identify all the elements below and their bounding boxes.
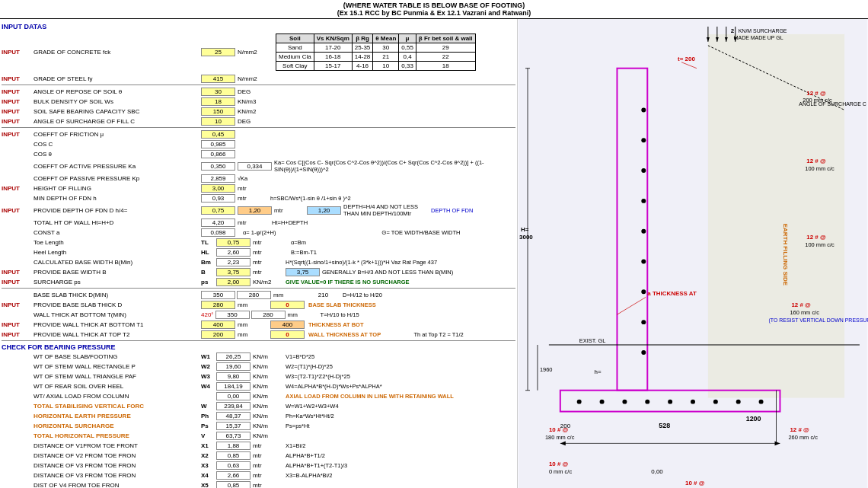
pwb-v2[interactable]: 400 [270, 321, 305, 329]
hfill-value[interactable]: 3,00 [201, 184, 235, 193]
w4-id: W4 [201, 383, 216, 390]
svg-point-67 [713, 400, 718, 404]
pbase-b: B [201, 269, 216, 276]
toe-label: Toe Length [34, 239, 201, 246]
surch-fill-value[interactable]: 10 [201, 117, 235, 126]
svg-text:1960: 1960 [540, 366, 553, 373]
ph-value: 48,37 [216, 412, 251, 420]
page-header: (WHERE WATER TABLE IS BELOW BASE OF FOOT… [0, 0, 868, 19]
pwt-v2[interactable]: 0 [270, 330, 305, 339]
svg-text:12 # @: 12 # @ [790, 426, 809, 433]
mu-label: COEFFT OF FRICTION μ [34, 131, 201, 138]
min-depth-value: 0,93 [201, 194, 235, 203]
pdepth-val1[interactable]: 0,75 [201, 206, 235, 215]
pbs-value[interactable]: 280 [201, 301, 235, 309]
pwb-unit: mm [238, 321, 268, 328]
pbs-v2[interactable]: 0 [270, 301, 305, 309]
pbs-label: PROVIDE BASE SLAB THICK D [34, 301, 201, 308]
svg-text:12 # @: 12 # @ [806, 158, 826, 164]
x3-label: DISTANCE OF V3 FROM TOE FRON [34, 462, 201, 469]
row-height-fill: INPUT HEIGHT OF FILLING 3,00 mtr [2, 183, 515, 193]
fck-value[interactable]: 25 [201, 48, 235, 56]
ps-id: ps [201, 279, 216, 285]
svg-text:12 # @: 12 # @ [806, 234, 826, 241]
svg-text:12 # @: 12 # @ [806, 90, 826, 97]
label-input-surch: INPUT [2, 118, 34, 125]
w1-formula: V1=B*D*25 [286, 353, 515, 360]
ps-value[interactable]: 2,00 [216, 278, 251, 286]
soil-table-cell: Medium Cla [276, 53, 314, 62]
base-slab-v1: 350 [201, 291, 235, 299]
soil-table-cell: 25-35 [352, 43, 372, 53]
row-fck: INPUT GRADE OF CONCRETE fck 25 N/mm2 Soi… [2, 31, 515, 73]
row-total-stab: TOTAL STABILISING VERTICAL FORC W 239,84… [2, 401, 515, 410]
fck-label: GRADE OF CONCRETE fck [34, 49, 201, 56]
pwt-value[interactable]: 200 [201, 330, 235, 339]
calc-base-bm: Bm [201, 259, 216, 266]
row-total-ht: TOTAL HT OF WALL Ht=H+D 4,20 mtr Ht=H+DE… [2, 218, 515, 227]
x2-value: 0,85 [216, 451, 251, 460]
svg-point-69 [759, 400, 764, 404]
svg-text:260 mm c/c: 260 mm c/c [788, 434, 818, 441]
min-depth-unit: mtr [238, 195, 268, 202]
row-costheta: COS θ 0,866 [2, 149, 515, 158]
x5-value: 0,85 [216, 481, 251, 489]
soil-table-cell: Soft Clay [276, 62, 314, 71]
svg-point-42 [641, 320, 646, 324]
w-formula: W=W1+W2+W3+W4 [286, 403, 515, 410]
ph-unit: KN/m [253, 413, 283, 419]
repose-label: ANGLE OF REPOSE OF SOIL θ [34, 88, 201, 95]
row-kp: COEFFT OF PASSIVE PRESSURE Kp 2,859 √Ka [2, 174, 515, 183]
repose-value[interactable]: 30 [201, 88, 235, 96]
svg-text:3000: 3000 [519, 234, 533, 241]
total-stab-value: 239,84 [216, 402, 251, 410]
soil-table-cell: 15-17 [314, 62, 352, 71]
w2-unit: KN/m [253, 363, 283, 370]
soil-table: Soil Vs KN/Sqm β Rg θ Mean μ β Fr bet so… [276, 33, 476, 71]
fy-value[interactable]: 415 [201, 75, 235, 83]
soil-table-cell: 22 [416, 53, 475, 62]
svg-text:0  mm c/c: 0 mm c/c [549, 468, 573, 475]
x4-label: DISTANCE OF V3 FROM TOE FRON [34, 472, 201, 479]
w2-label: WT OF STEM/ WALL RECTANGLE P [34, 363, 201, 370]
svg-point-41 [641, 289, 646, 294]
section-check: CHECK FOR BEARING PRESSURE [2, 343, 515, 351]
wall-bot-v2: 280 [251, 311, 286, 319]
total-stab-id: W [201, 403, 216, 410]
cosc-value: 0,985 [201, 140, 235, 148]
wall-bot-420: 420° [201, 311, 214, 318]
ps-formula: GIVE VALUE=0 IF THERE IS NO SURCHARGE [286, 279, 515, 285]
pdepth-val2[interactable]: 1,20 [238, 206, 272, 215]
label-input-bulk: INPUT [2, 98, 34, 105]
pbase-label: PROVIDE BASE WIDTH B [34, 269, 201, 276]
ht-formula: Ht=H+DEPTH [272, 219, 515, 226]
wall-thick-formula: T=H/10 to H/15 [321, 311, 515, 318]
pwb-value[interactable]: 400 [201, 321, 235, 329]
row-surch-fill: INPUT ANGLE OF SURCHARGE OF FILL C 10 DE… [2, 116, 515, 126]
row-x4: DISTANCE OF V3 FROM TOE FRON X4 2,66 mtr… [2, 470, 515, 480]
svg-point-36 [641, 138, 646, 142]
x5-label: DIST OF V4 FROM TOE FRON [34, 482, 201, 489]
label-input-pwt: INPUT [2, 331, 34, 338]
row-wall-bot: WALL THICK AT BOTTOM T(MIN) 420° 350 280… [2, 310, 515, 319]
pbase-value[interactable]: 3,75 [216, 268, 251, 276]
mu-value[interactable]: 0,45 [201, 130, 235, 139]
sbc-value[interactable]: 150 [201, 107, 235, 116]
row-sbc: INPUT SOIL SAFE BEARING CAPACITY SBC 150… [2, 107, 515, 116]
vka-formula: √Ka [238, 175, 515, 182]
x1-unit: mtr [253, 442, 283, 449]
row-repose: INPUT ANGLE OF REPOSE OF SOIL θ 30 DEG [2, 87, 515, 96]
section-input: INPUT DATAS [2, 23, 515, 30]
row-provide-depth: INPUT PROVIDE DEPTH OF FDN D h/4= 0,75 1… [2, 203, 515, 217]
wall-bot-v1: 350 [215, 311, 250, 319]
calc-base-formula: H*(Sqrt((1-sino/1+sino)/(1-k * (3*k+1)))… [286, 259, 515, 266]
w1-id: W1 [201, 353, 216, 360]
x1-value: 1,88 [216, 442, 251, 450]
bulk-value[interactable]: 18 [201, 97, 235, 106]
toe-value[interactable]: 0,75 [216, 238, 251, 247]
v-value: 63,73 [216, 432, 251, 440]
row-axial: WT/ AXIAL LOAD FROM COLUMN 0,00 KN/m AXI… [2, 391, 515, 400]
row-w2: WT OF STEM/ WALL RECTANGLE P W2 19,60 KN… [2, 362, 515, 371]
calc-base-label: CALCULATED BASE WIDTH B(Min) [34, 259, 201, 266]
row-ka: COEFFT OF ACTIVE PRESSURE Ka 0,350 0,334… [2, 159, 515, 173]
